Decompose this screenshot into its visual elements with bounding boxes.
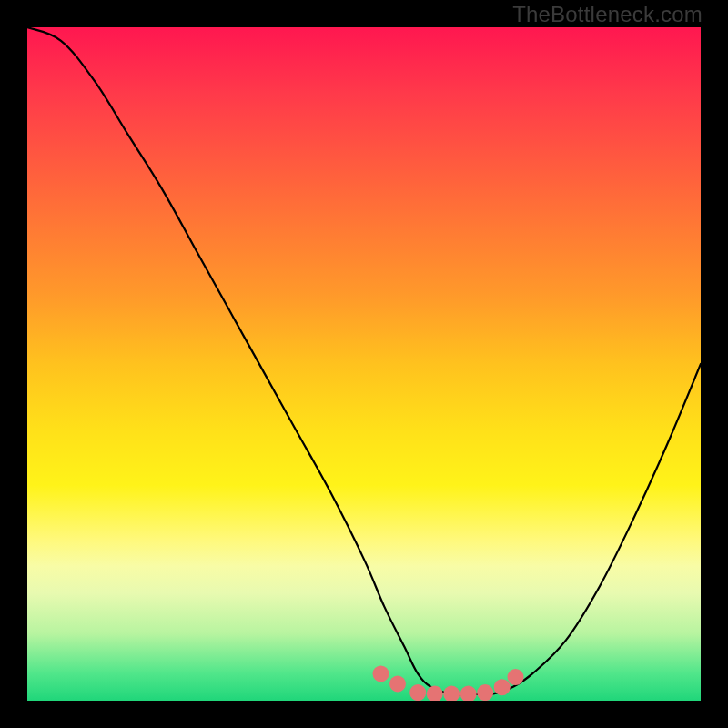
curve-marker [389, 676, 406, 693]
plot-area [27, 27, 701, 701]
curve-marker [460, 686, 477, 701]
curve-marker [494, 679, 511, 695]
curve-marker [477, 684, 493, 701]
curve-marker [427, 686, 443, 701]
chart-svg [27, 27, 701, 701]
curve-marker [373, 665, 389, 682]
curve-marker [508, 669, 524, 685]
curve-marker [410, 684, 426, 701]
curve-markers [373, 665, 524, 701]
chart-frame: TheBottleneck.com [0, 0, 728, 728]
bottleneck-curve [27, 27, 701, 694]
watermark-text: TheBottleneck.com [512, 2, 703, 27]
curve-marker [443, 686, 460, 701]
